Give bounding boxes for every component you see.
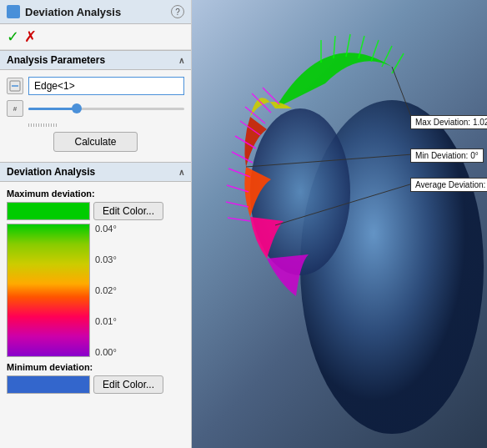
tick-4 [36,123,37,127]
analysis-params-label: Analysis Parameters [7,54,105,66]
slider-param-icon: # [7,100,23,117]
svg-line-15 [226,202,249,207]
tick-1 [28,123,29,127]
slider-container[interactable] [28,102,184,115]
calculate-button[interactable]: Calculate [53,132,137,152]
slider-thumb[interactable] [72,103,82,113]
action-bar: ✓ ✗ [0,24,191,50]
slider-icon-label: # [13,105,17,113]
svg-line-22 [382,46,392,67]
slider-fill [28,108,75,110]
max-deviation-label: Maximum deviation: [7,189,184,199]
gradient-labels: 0.04° 0.03° 0.02° 0.01° 0.00° [95,224,117,357]
max-deviation-annotation: Max Deviation: 1.02° [410,115,487,129]
3d-viewport[interactable]: Max Deviation: 1.02° Min Deviation: 0° A… [192,0,487,448]
slider-track [28,108,184,110]
cancel-button[interactable]: ✗ [24,28,37,46]
tick-6 [41,123,42,127]
max-color-swatch [7,202,90,220]
tick-2 [31,123,32,127]
left-panel: Deviation Analysis ? ✓ ✗ Analysis Parame… [0,0,192,448]
gradient-label-1: 0.03° [95,254,117,264]
deviation-section-chevron: ∧ [178,168,184,177]
deviation-section-header[interactable]: Deviation Analysis ∧ [0,162,191,182]
tick-8 [46,123,47,127]
header-left: Deviation Analysis [7,5,121,18]
slider-row: # [7,100,184,117]
confirm-button[interactable]: ✓ [7,28,19,46]
tick-12 [56,123,57,127]
tick-9 [48,123,49,127]
gradient-label-0: 0.04° [95,224,117,234]
tick-11 [53,123,54,127]
deviation-section-label: Deviation Analysis [7,166,95,178]
panel-header: Deviation Analysis ? [0,0,191,24]
max-deviation-text: Max Deviation: 1.02° [415,118,487,127]
tick-7 [43,123,44,127]
min-deviation-annotation: Min Deviation: 0° [410,148,484,163]
gradient-label-3: 0.01° [95,316,117,326]
gradient-label-2: 0.02° [95,285,117,295]
edge-icon [7,78,23,94]
edge-row [7,77,184,95]
min-color-row: Edit Color... [7,375,184,394]
gradient-bar [7,224,90,357]
deviation-content: Maximum deviation: Edit Color... 0.04° 0… [0,182,191,404]
help-button[interactable]: ? [171,5,184,18]
analysis-params-header[interactable]: Analysis Parameters ∧ [0,50,191,70]
3d-shape-svg [192,0,487,448]
svg-rect-0 [8,8,18,15]
tick-5 [38,123,39,127]
max-color-row: Edit Color... [7,202,184,220]
tick-10 [51,123,52,127]
analysis-params-content: # Calculate [0,70,191,162]
min-deviation-text: Min Deviation: 0° [415,151,479,160]
avg-deviation-text: Average Deviation: 0.24° [415,180,487,189]
analysis-params-chevron: ∧ [178,56,184,65]
tick-3 [33,123,34,127]
edge-input[interactable] [28,77,184,95]
svg-line-16 [228,218,250,221]
min-edit-color-button[interactable]: Edit Color... [93,375,163,394]
panel-icon [7,5,20,18]
gradient-label-4: 0.00° [95,347,117,357]
max-edit-color-button[interactable]: Edit Color... [93,202,163,220]
gradient-area: 0.04° 0.03° 0.02° 0.01° 0.00° [7,224,184,357]
avg-deviation-annotation: Average Deviation: 0.24° [410,178,487,192]
min-color-swatch [7,375,90,394]
min-deviation-label: Minimum deviation: [7,362,184,372]
panel-title: Deviation Analysis [25,6,121,18]
